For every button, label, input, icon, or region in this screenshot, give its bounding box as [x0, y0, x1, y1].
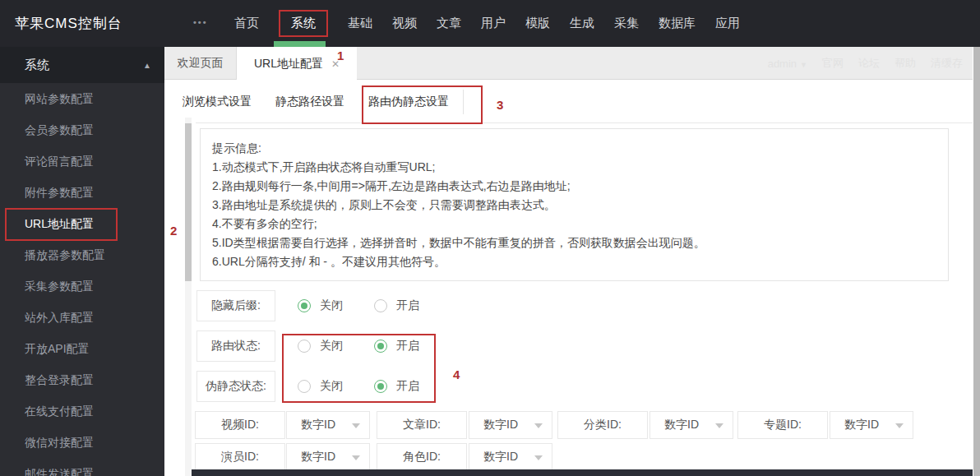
- radio-label-on: 开启: [396, 298, 419, 313]
- field-label-category-id: 分类ID:: [557, 411, 648, 439]
- chevron-down-icon: [534, 423, 543, 428]
- subtab-divider: [463, 90, 464, 114]
- subtab-route-rewrite[interactable]: 路由伪静态设置: [368, 80, 449, 123]
- radio-hide-suffix-off[interactable]: [298, 299, 311, 312]
- tab-url-config-label: URL地址配置: [254, 57, 323, 72]
- footer-bar: [192, 469, 973, 476]
- radio-label-off: 关闭: [320, 298, 343, 313]
- nav-item-collect[interactable]: 采集: [614, 16, 639, 31]
- select-value: 数字ID: [301, 450, 335, 464]
- nav-item-apps[interactable]: 应用: [715, 16, 740, 31]
- link-help[interactable]: 帮助: [894, 56, 916, 71]
- nav-item-template[interactable]: 模版: [525, 16, 550, 31]
- select-video-id[interactable]: 数字ID: [286, 411, 370, 439]
- field-label-topic-id: 专题ID:: [737, 411, 828, 439]
- select-value: 数字ID: [844, 418, 879, 432]
- radio-group-route-status: 关闭 开启: [298, 330, 437, 362]
- sidebar-group-system[interactable]: 系统 ▲: [0, 47, 164, 83]
- nav-item-generate[interactable]: 生成: [570, 16, 594, 31]
- radio-rewrite-status-on[interactable]: [374, 380, 387, 393]
- field-label-hide-suffix: 隐藏后缀:: [196, 290, 275, 321]
- field-label-video-id: 视频ID:: [195, 411, 285, 439]
- nav-item-home[interactable]: 首页: [234, 16, 259, 31]
- hint-line-5: 5.ID类型根据需要自行选择，选择拼音时，数据中不能有重复的拼音，否则获取数据会…: [212, 233, 940, 252]
- chevron-down-icon: ▼: [800, 61, 807, 69]
- link-official-site[interactable]: 官网: [822, 56, 844, 71]
- hint-line-6: 6.URL分隔符支持/ 和 - 。不建议用其他符号。: [212, 252, 940, 271]
- sidebar-item-comment-params[interactable]: 评论留言配置: [0, 146, 164, 177]
- chevron-down-icon: [534, 455, 543, 460]
- nav-item-basic[interactable]: 基础: [348, 16, 372, 31]
- subtab-underline: [196, 122, 973, 123]
- nav-item-article[interactable]: 文章: [437, 16, 461, 31]
- hint-line-3: 3.路由地址是系统提供的，原则上不会变，只需要调整路由表达式。: [212, 196, 940, 215]
- main-scrollbar[interactable]: [973, 47, 980, 476]
- link-clear-cache[interactable]: 清缓存: [931, 56, 963, 71]
- sidebar-item-collect-params[interactable]: 采集参数配置: [0, 270, 164, 302]
- radio-label-on: 开启: [396, 339, 419, 354]
- field-label-rewrite-status: 伪静态状态:: [196, 371, 275, 402]
- select-value: 数字ID: [483, 450, 518, 464]
- apple-cms-admin-window: 苹果CMS控制台 ••• 首页 系统 基础 视频 文章 用户 模版 生成 采集 …: [0, 0, 980, 476]
- hint-box: 提示信息: 1.动态模式下,开启路由状态将自动重写URL; 2.路由规则每行一条…: [200, 128, 949, 281]
- nav-item-user[interactable]: 用户: [481, 16, 506, 31]
- chevron-down-icon: [715, 423, 723, 428]
- field-label-actor-id: 演员ID:: [195, 443, 285, 471]
- select-value: 数字ID: [664, 418, 699, 432]
- chevron-down-icon: [352, 455, 360, 460]
- chevron-down-icon: [352, 423, 360, 428]
- select-role-id[interactable]: 数字ID: [469, 443, 552, 471]
- select-article-id[interactable]: 数字ID: [469, 411, 552, 439]
- sidebar-item-attach-params[interactable]: 附件参数配置: [0, 177, 164, 208]
- sidebar-item-online-pay[interactable]: 在线支付配置: [0, 395, 164, 427]
- annotation-number-2: 2: [170, 224, 177, 238]
- sidebar: 系统 ▲ 网站参数配置 会员参数配置 评论留言配置 附件参数配置 URL地址配置…: [0, 47, 164, 476]
- sidebar-item-offsite-import[interactable]: 站外入库配置: [0, 302, 164, 333]
- user-links: admin▼ 官网 论坛 帮助 清缓存: [768, 47, 963, 80]
- sidebar-item-oauth-login[interactable]: 整合登录配置: [0, 364, 164, 395]
- inner-scrollbar-thumb[interactable]: [185, 123, 192, 281]
- app-logo: 苹果CMS控制台: [15, 0, 122, 47]
- sidebar-menu: 网站参数配置 会员参数配置 评论留言配置 附件参数配置 URL地址配置 播放器参…: [0, 83, 164, 476]
- select-actor-id[interactable]: 数字ID: [286, 443, 370, 471]
- radio-route-status-on[interactable]: [374, 340, 387, 353]
- sidebar-item-wechat[interactable]: 微信对接配置: [0, 427, 164, 458]
- tab-welcome-label: 欢迎页面: [178, 56, 224, 71]
- select-category-id[interactable]: 数字ID: [649, 411, 733, 439]
- select-topic-id[interactable]: 数字ID: [830, 411, 913, 439]
- hint-line-2: 2.路由规则每行一条,中间用=>隔开,左边是路由表达式,右边是路由地址;: [212, 177, 940, 196]
- subtab-static-path[interactable]: 静态路径设置: [275, 80, 344, 123]
- tab-strip: 欢迎页面 URL地址配置 ✕ admin▼ 官网 论坛 帮助 清缓存: [164, 47, 973, 80]
- select-value: 数字ID: [483, 418, 518, 432]
- radio-rewrite-status-off[interactable]: [298, 380, 311, 393]
- sidebar-item-open-api[interactable]: 开放API配置: [0, 333, 164, 364]
- main-nav: 首页 系统 基础 视频 文章 用户 模版 生成 采集 数据库 应用: [234, 0, 740, 47]
- radio-label-off: 关闭: [320, 379, 343, 394]
- nav-item-video[interactable]: 视频: [392, 16, 417, 31]
- radio-route-status-off[interactable]: [298, 340, 311, 353]
- hint-line-1: 1.动态模式下,开启路由状态将自动重写URL;: [212, 158, 940, 177]
- radio-hide-suffix-on[interactable]: [374, 299, 387, 312]
- active-nav-indicator: [274, 41, 326, 47]
- sidebar-item-player-params[interactable]: 播放器参数配置: [0, 239, 164, 270]
- hint-title: 提示信息:: [212, 139, 940, 158]
- hint-line-4: 4.不要有多余的空行;: [212, 215, 940, 233]
- subtab-browse-mode[interactable]: 浏览模式设置: [183, 80, 252, 123]
- sidebar-item-site-params[interactable]: 网站参数配置: [0, 83, 164, 114]
- topbar: 苹果CMS控制台 ••• 首页 系统 基础 视频 文章 用户 模版 生成 采集 …: [0, 0, 980, 47]
- radio-label-on: 开启: [396, 379, 419, 394]
- link-forum[interactable]: 论坛: [858, 56, 880, 71]
- nav-item-database[interactable]: 数据库: [659, 16, 696, 31]
- radio-group-rewrite-status: 关闭 开启: [298, 371, 437, 402]
- tab-welcome[interactable]: 欢迎页面: [164, 47, 237, 80]
- user-menu[interactable]: admin▼: [768, 58, 807, 70]
- nav-item-system[interactable]: 系统: [279, 10, 328, 37]
- annotation-number-1: 1: [337, 49, 344, 62]
- nav-more-icon[interactable]: •••: [193, 0, 208, 47]
- sidebar-item-url-config[interactable]: URL地址配置: [0, 208, 164, 239]
- sidebar-item-mail-send[interactable]: 邮件发送配置: [0, 458, 164, 476]
- field-label-route-status: 路由状态:: [196, 330, 275, 362]
- sidebar-item-member-params[interactable]: 会员参数配置: [0, 114, 164, 146]
- caret-up-icon: ▲: [143, 61, 151, 70]
- annotation-number-4: 4: [453, 367, 460, 381]
